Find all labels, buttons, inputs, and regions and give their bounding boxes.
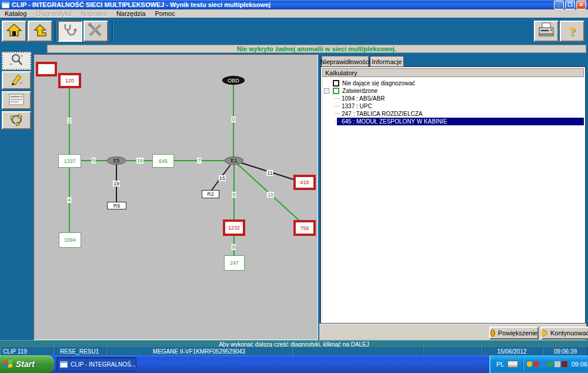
print-button[interactable] — [534, 21, 559, 42]
restore-button[interactable]: ❐ — [565, 1, 575, 9]
edge-label-8: 8 — [232, 192, 236, 198]
tree-item-label: 1337 : UPC — [342, 102, 372, 110]
clip-application-window: CLIP - INTEGRALNOŚĆ SIECI MULTIPLEKSOWEJ… — [0, 0, 588, 373]
cycle-arrows-icon — [9, 112, 24, 129]
black-checkbox[interactable] — [333, 80, 339, 86]
windows-logo-icon — [4, 359, 13, 369]
network-node-vehicle[interactable] — [36, 62, 57, 76]
taskbar-clip-task-button[interactable]: CLIP - INTEGRALNOŚ... — [56, 357, 136, 371]
edge-label-5: 5 — [91, 158, 95, 164]
document-lines-icon — [8, 93, 25, 108]
network-node-r9[interactable]: R9 — [107, 202, 126, 209]
toolbar: ? — [0, 18, 588, 44]
edge-label-10: 10 — [267, 192, 274, 198]
status-cell-1: RESE_RESU1 — [53, 347, 106, 355]
calculators-tree: Nie dające się diagnozować-Zatwierdzone1… — [322, 79, 584, 322]
network-node-e5[interactable]: E5 — [107, 156, 126, 165]
network-node-e1[interactable]: E1 — [225, 156, 243, 165]
menu-item-narzędzia[interactable]: Narzędzia — [112, 10, 151, 17]
tray-shield-icon[interactable] — [526, 361, 532, 367]
tray-display-icon[interactable] — [554, 361, 560, 367]
continue-label: Kontynuować — [550, 329, 588, 337]
close-button[interactable]: ✕ — [576, 1, 586, 9]
menu-bar: KatalogDiagnostykaNaprawaNarzędziaPomoc — [0, 9, 588, 18]
tree-item[interactable]: 1094 : ABS/ABR — [323, 95, 584, 102]
network-node-1094[interactable]: 1094 — [59, 232, 81, 248]
keyboard-icon[interactable] — [507, 361, 518, 368]
tray-app-icon[interactable] — [562, 361, 567, 367]
title-bar: CLIP - INTEGRALNOŚĆ SIECI MULTIPLEKSOWEJ… — [0, 0, 588, 9]
start-button[interactable]: Start — [0, 355, 54, 373]
tools-icon — [88, 22, 104, 40]
network-node-247[interactable]: 247 — [224, 255, 245, 271]
system-tray: PL 09:06 — [489, 355, 588, 373]
tree-item[interactable]: 247 : TABLICA ROZDZIELCZA — [323, 110, 584, 118]
calculators-header-label: Kalkulatory — [325, 69, 357, 76]
tree-item-label: Zatwierdzone — [342, 87, 377, 95]
network-node-645[interactable]: 645 — [152, 154, 174, 168]
tray-update-icon[interactable] — [540, 361, 546, 367]
status-cell-2: MEGANE II-VF1KMRF0529529043 — [106, 347, 292, 355]
help-button[interactable]: ? — [560, 21, 584, 42]
green-checkbox[interactable] — [333, 88, 339, 94]
tab-label: Nieprawidłowości — [320, 58, 370, 65]
network-edges — [34, 55, 318, 339]
tree-item[interactable]: 1337 : UPC — [323, 102, 584, 110]
tools-button[interactable] — [83, 21, 108, 42]
tray-icons — [526, 361, 569, 367]
tray-antivirus-icon[interactable] — [533, 361, 539, 367]
edge-label-7: 7 — [197, 158, 201, 164]
tree-branch-line — [335, 114, 340, 114]
minimize-button[interactable]: _ — [554, 1, 564, 9]
tree-expander-icon[interactable]: - — [324, 88, 329, 94]
continue-button[interactable]: Kontynuować — [541, 327, 588, 339]
network-node-120[interactable]: 120 — [58, 73, 81, 88]
network-node-1337[interactable]: 1337 — [58, 154, 81, 168]
tab-informacje[interactable]: Informacje — [370, 56, 404, 67]
language-indicator[interactable]: PL — [496, 361, 504, 368]
status-cell-3 — [292, 347, 423, 355]
window-title: CLIP - INTEGRALNOŚĆ SIECI MULTIPLEKSOWEJ… — [12, 1, 270, 8]
zoom-action-label: Powiększenie — [498, 329, 537, 337]
menu-item-diagnostyka: Diagnostyka — [31, 10, 76, 17]
tab-label: Informacje — [372, 58, 402, 65]
toolbar-separator — [55, 21, 56, 42]
network-node-obd[interactable]: OBD — [222, 76, 245, 85]
calculators-panel: Kalkulatory Nie dające się diagnozować-Z… — [320, 66, 586, 324]
toolbar-separator — [112, 21, 113, 42]
tray-phone-icon[interactable] — [547, 361, 553, 367]
calculators-header: Kalkulatory — [322, 68, 584, 77]
tab-nieprawidlowosci[interactable]: Nieprawidłowości — [322, 56, 369, 66]
tray-separator — [523, 358, 523, 371]
help-question-icon: ? — [569, 24, 576, 39]
tree-item[interactable]: Nie dające się diagnozować — [323, 79, 584, 87]
annotate-tool-button[interactable] — [2, 71, 31, 89]
zoom-tool-button[interactable] — [2, 52, 31, 70]
menu-item-katalog[interactable]: Katalog — [0, 10, 31, 17]
tree-item[interactable]: -Zatwierdzone — [323, 87, 584, 95]
network-node-756[interactable]: 756 — [293, 220, 316, 236]
network-node-1232[interactable]: 1232 — [223, 219, 245, 236]
menu-item-pomoc[interactable]: Pomoc — [150, 10, 179, 17]
zoom-action-button[interactable]: Powiększenie — [489, 327, 539, 339]
tree-branch-line — [335, 98, 340, 99]
diagnostic-test-button[interactable] — [58, 21, 82, 42]
back-up-button[interactable] — [28, 21, 52, 42]
status-bar: CLIP 119RESE_RESU1MEGANE II-VF1KMRF05295… — [0, 347, 588, 355]
edge-label-19: 19 — [113, 181, 120, 186]
tray-clock[interactable]: 09:06 — [571, 361, 587, 368]
network-node-r2[interactable]: R2 — [202, 190, 219, 198]
result-message: Nie wykryto żadnej anomalii w sieci mult… — [237, 45, 396, 52]
tree-item[interactable]: 645 : MODUŁ ZESPOLONY W KABINIE — [323, 118, 584, 125]
refresh-cycle-button[interactable] — [2, 111, 31, 129]
up-arrow-icon — [33, 23, 47, 39]
report-tool-button[interactable] — [2, 91, 31, 109]
windows-taskbar: Start CLIP - INTEGRALNOŚ... PL 09:06 — [0, 355, 588, 373]
action-strip: Powiększenie Kontynuować — [319, 324, 586, 340]
tree-branch-line — [335, 121, 340, 122]
status-cell-6: 09:06:39 — [543, 347, 588, 355]
home-button[interactable] — [2, 21, 26, 42]
start-label: Start — [16, 359, 35, 369]
network-node-419[interactable]: 419 — [293, 175, 316, 190]
status-cell-0: CLIP 119 — [0, 347, 53, 355]
